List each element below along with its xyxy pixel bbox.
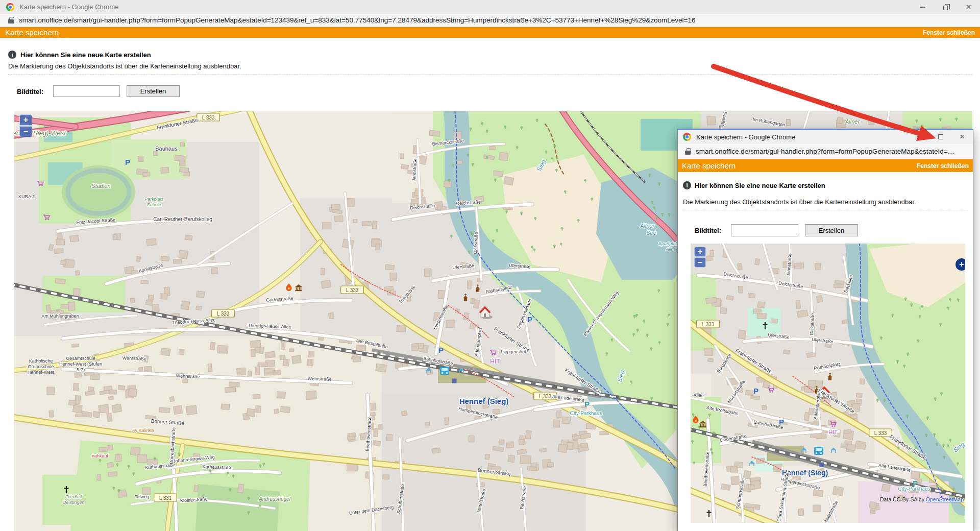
info-heading: Hier können Sie eine neue Karte erstelle…	[695, 182, 825, 189]
map-label: Bauhaus	[155, 146, 178, 152]
panel-title: Karte speichern	[5, 28, 59, 37]
bus-station-icon	[814, 447, 823, 455]
map-label: Hennef-West (Stufen	[59, 361, 102, 367]
map-attribution: Data CC-By-SA by OpenStreetMap	[880, 496, 964, 502]
map-label: Talweg	[135, 494, 149, 499]
separator	[8, 74, 972, 75]
map-label: City-Parkhaus	[898, 486, 930, 492]
map-label: Allner	[640, 223, 655, 229]
railway-station-icon	[820, 463, 824, 467]
map-label: 5-7)	[77, 367, 85, 372]
close-window-link[interactable]: Fenster schließen	[917, 162, 969, 170]
map-zoom-control: + −	[694, 247, 707, 268]
map-label: Katholische	[29, 358, 53, 364]
svg-text:L 333: L 333	[346, 287, 359, 293]
popup-url: smart.onoffice.de/smart/gui-handler.php?…	[696, 148, 954, 155]
map-label: Wehrstraße	[308, 376, 332, 382]
map-label: Sportplatz	[658, 241, 679, 246]
popup-close-button[interactable]: ×	[951, 130, 973, 144]
map-label: Geistingen	[62, 500, 84, 505]
svg-text:P: P	[438, 346, 444, 354]
map-label: Wehrstraße	[176, 373, 200, 379]
road-badge: L 333	[341, 286, 364, 294]
separator	[683, 210, 968, 210]
lock-icon	[685, 148, 691, 155]
maximize-icon	[938, 134, 943, 139]
expand-plus-button[interactable]: +	[955, 258, 965, 271]
info-icon: i	[8, 51, 16, 59]
main-window-titlebar: Karte speichern - Google Chrome ×	[0, 0, 980, 14]
zoom-in-button[interactable]: +	[19, 114, 32, 126]
popup-address-bar[interactable]: smart.onoffice.de/smart/gui-handler.php?…	[678, 144, 973, 159]
minimize-icon	[917, 136, 922, 137]
map-label: Gesamtschule	[66, 356, 95, 361]
popup-window-title: Karte speichern - Google Chrome	[696, 133, 795, 141]
erstellen-button[interactable]: Erstellen	[805, 224, 858, 236]
main-address-bar[interactable]: smart.onoffice.de/smart/gui-handler.php?…	[0, 14, 980, 27]
map-label: Lippgenshof	[501, 349, 526, 354]
map-label: Hennef (Sieg)	[459, 397, 509, 405]
svg-text:L 333: L 333	[217, 311, 230, 317]
minimize-icon	[920, 7, 925, 8]
map-label: nahkauf	[92, 453, 109, 458]
map-canvas-popup: L 333L 333PPPDeichstraßeDeichstraßeJahns…	[691, 244, 965, 523]
map-label: Allner	[665, 247, 678, 252]
info-icon: i	[683, 181, 691, 189]
svg-text:P: P	[125, 158, 130, 166]
close-window-link[interactable]: Fenster schließen	[923, 29, 975, 36]
map-label: City-Parkhaus	[570, 411, 602, 416]
road-badge: L 331	[154, 494, 177, 501]
parking-icon: P	[753, 387, 758, 395]
parking-icon: P	[584, 400, 590, 408]
popup-minimize-button[interactable]	[909, 130, 930, 144]
map-label: Av Kalinka	[132, 428, 154, 433]
bildtitel-input[interactable]	[53, 85, 120, 97]
chrome-icon	[6, 3, 14, 11]
attribution-text: Data CC-By-SA by	[880, 496, 926, 502]
popup-browser-window: Karte speichern - Google Chrome × smart.…	[677, 129, 973, 531]
road-badge: L 333	[869, 429, 892, 437]
map-label: Carl-Reuther-Berufskolleg	[153, 216, 212, 222]
parking-icon: P	[125, 158, 130, 166]
svg-text:P: P	[753, 387, 758, 395]
zoom-out-button[interactable]: −	[19, 126, 32, 137]
map-label: Grundschule	[28, 364, 54, 369]
map-label: HIT	[828, 429, 838, 435]
panel-title: Karte speichern	[682, 161, 736, 170]
screen: Karte speichern - Google Chrome × smart.…	[0, 0, 980, 531]
info-body: Die Markierung des Objektstandorts ist ü…	[8, 62, 241, 70]
chrome-icon	[683, 133, 691, 141]
openstreetmap-link[interactable]: OpenStreetMap	[926, 496, 964, 502]
map-label: Kurhausstraße	[202, 464, 232, 470]
minimize-button[interactable]	[911, 0, 934, 14]
map-label: Friedhof	[65, 494, 83, 499]
info-body: Die Markierung des Objektstandorts ist ü…	[683, 198, 916, 206]
lock-icon	[8, 17, 14, 24]
svg-text:L 333: L 333	[539, 394, 552, 399]
zoom-out-button[interactable]: −	[694, 257, 706, 268]
map-label: Allner	[845, 118, 860, 125]
close-button[interactable]: ×	[957, 0, 980, 14]
zoom-in-button[interactable]: +	[694, 247, 706, 257]
map-label: See	[646, 230, 656, 236]
close-icon: ×	[960, 134, 965, 139]
svg-text:P: P	[584, 400, 590, 408]
popup-map[interactable]: L 333L 333PPPDeichstraßeDeichstraßeJahns…	[691, 244, 965, 523]
erstellen-button[interactable]: Erstellen	[127, 85, 180, 97]
svg-text:L 333: L 333	[202, 115, 215, 120]
main-window-title: Karte speichern - Google Chrome	[19, 3, 118, 11]
restore-icon	[943, 6, 948, 10]
restore-button[interactable]	[934, 0, 957, 14]
bildtitel-input[interactable]	[731, 224, 798, 236]
info-heading: Hier können Sie eine neue Karte erstelle…	[20, 51, 151, 59]
map-label: Schule	[147, 202, 161, 207]
map-label: Am Mühlengraben	[41, 313, 79, 319]
map-label: HIT	[490, 358, 500, 365]
road-badge: L 333	[697, 320, 720, 328]
railway-station-icon	[452, 379, 457, 383]
road-badge: L 333	[197, 113, 220, 121]
popup-maximize-button[interactable]	[930, 130, 951, 144]
parking-icon: P	[438, 346, 444, 354]
main-panel-header: Karte speichern Fenster schließen	[0, 27, 980, 38]
svg-text:P: P	[527, 315, 532, 324]
